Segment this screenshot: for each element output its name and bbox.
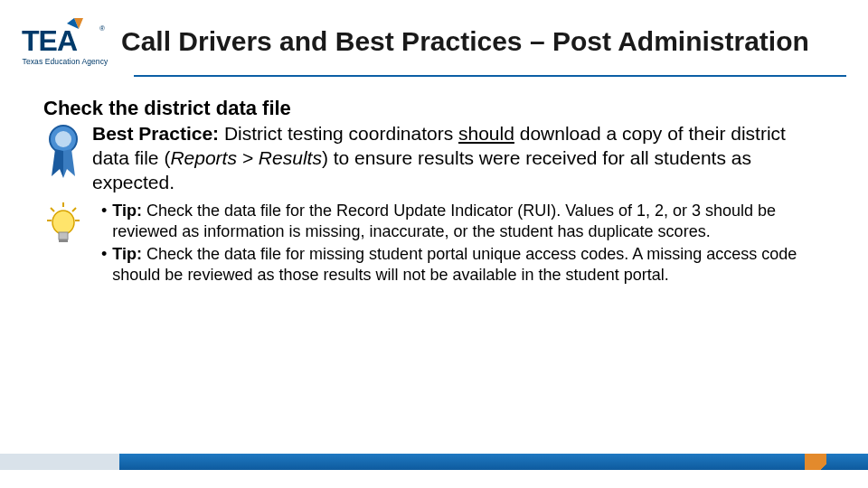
best-practice-row: Best Practice: District testing coordina…	[43, 122, 825, 195]
tea-logo-icon: TEA ®	[22, 16, 108, 56]
bp-italic: Reports > Results	[170, 147, 322, 168]
tip-text: Check the data file for missing student …	[112, 245, 797, 284]
tips-row: • Tip: Check the data file for the Recor…	[43, 201, 825, 287]
bullet: •	[101, 201, 107, 242]
tip-item: • Tip: Check the data file for missing s…	[101, 244, 825, 286]
svg-text:TEA: TEA	[22, 24, 78, 56]
svg-text:®: ®	[99, 24, 105, 33]
content-area: Check the district data file Best Practi…	[0, 77, 868, 287]
best-practice-text: Best Practice: District testing coordina…	[92, 122, 825, 195]
best-practice-label: Best Practice:	[92, 123, 224, 144]
logo: TEA ® Texas Education Agency	[22, 16, 108, 66]
svg-rect-13	[59, 239, 68, 242]
svg-point-5	[55, 131, 71, 147]
lightbulb-icon	[43, 201, 83, 249]
tip-label: Tip:	[112, 245, 146, 263]
logo-subtext: Texas Education Agency	[23, 57, 108, 66]
svg-line-8	[72, 208, 76, 211]
svg-point-11	[52, 211, 74, 234]
bp-part1: District testing coordinators	[224, 123, 458, 144]
svg-rect-12	[59, 232, 68, 239]
tip-text: Check the data file for the Record Updat…	[112, 202, 776, 240]
svg-line-7	[51, 208, 54, 211]
tip-item: • Tip: Check the data file for the Recor…	[101, 201, 825, 242]
footer-bar	[0, 454, 868, 470]
section-heading: Check the district data file	[43, 97, 825, 120]
tips-list: • Tip: Check the data file for the Recor…	[92, 201, 825, 287]
tip-label: Tip:	[112, 202, 146, 220]
header: TEA ® Texas Education Agency Call Driver…	[0, 0, 868, 70]
bullet: •	[101, 244, 107, 286]
bp-underlined: should	[458, 123, 514, 144]
page-title: Call Drivers and Best Practices – Post A…	[121, 26, 809, 56]
slide: TEA ® Texas Education Agency Call Driver…	[0, 0, 868, 488]
ribbon-icon	[43, 122, 83, 183]
